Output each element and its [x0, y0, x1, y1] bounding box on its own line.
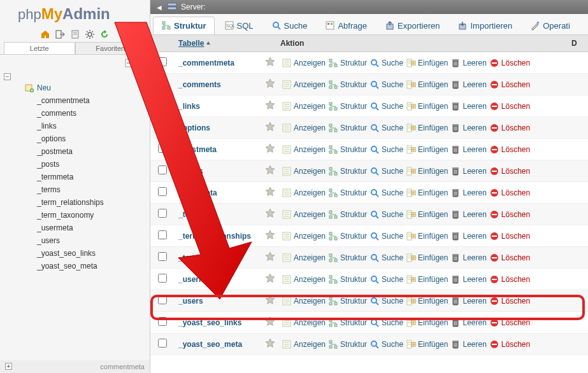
action-loeschen[interactable]: Löschen	[489, 274, 530, 285]
tab-abfrage[interactable]: Abfrage	[317, 17, 375, 34]
tree-table-item[interactable]: _postmeta	[37, 145, 148, 158]
docs-icon[interactable]	[70, 29, 80, 39]
row-checkbox[interactable]	[158, 317, 167, 326]
action-einfuegen[interactable]: Einfügen	[406, 296, 448, 306]
home-icon[interactable]	[40, 29, 50, 39]
table-link[interactable]: _termmeta	[178, 188, 217, 197]
action-struktur[interactable]: Struktur	[328, 209, 367, 220]
action-suche[interactable]: Suche	[369, 339, 403, 349]
action-struktur[interactable]: Struktur	[328, 144, 367, 155]
tab-suche[interactable]: Suche	[263, 17, 316, 34]
action-einfuegen[interactable]: Einfügen	[406, 209, 448, 220]
row-checkbox[interactable]	[158, 165, 167, 174]
action-loeschen[interactable]: Löschen	[489, 101, 530, 111]
favorite-star[interactable]	[265, 186, 279, 199]
action-struktur[interactable]: Struktur	[328, 166, 367, 176]
row-checkbox[interactable]	[158, 101, 167, 109]
action-struktur[interactable]: Struktur	[328, 101, 367, 111]
action-suche[interactable]: Suche	[369, 144, 403, 155]
table-link[interactable]: _comments	[178, 80, 221, 89]
action-loeschen[interactable]: Löschen	[489, 231, 530, 241]
tab-operati[interactable]: Operati	[522, 17, 578, 34]
action-leeren[interactable]: Leeren	[450, 274, 486, 285]
tree-table-item[interactable]: _yoast_seo_meta	[37, 260, 148, 272]
tree-table-item[interactable]: _comments	[37, 107, 148, 120]
tab-exportieren[interactable]: Exportieren	[376, 17, 448, 34]
table-link[interactable]: _commentmeta	[178, 59, 234, 67]
tree-db-row[interactable]: −	[1, 72, 148, 81]
favorite-star[interactable]	[265, 295, 279, 307]
link-icon[interactable]	[137, 59, 146, 67]
collapse-icon[interactable]	[125, 59, 134, 67]
row-checkbox[interactable]	[158, 230, 167, 239]
action-anzeigen[interactable]: Anzeigen	[282, 144, 326, 155]
action-leeren[interactable]: Leeren	[450, 318, 486, 328]
action-leeren[interactable]: Leeren	[450, 231, 486, 241]
tree-table-item[interactable]: _commentmeta	[37, 94, 148, 107]
action-suche[interactable]: Suche	[369, 209, 403, 220]
favorite-star[interactable]	[265, 338, 279, 350]
action-suche[interactable]: Suche	[369, 318, 403, 328]
table-link[interactable]: _links	[178, 102, 200, 111]
action-anzeigen[interactable]: Anzeigen	[282, 339, 326, 349]
favorite-star[interactable]	[265, 122, 279, 134]
action-leeren[interactable]: Leeren	[450, 58, 486, 68]
action-loeschen[interactable]: Löschen	[489, 166, 530, 176]
table-link[interactable]: _usermeta	[178, 275, 217, 284]
table-link[interactable]: _options	[178, 123, 210, 132]
action-suche[interactable]: Suche	[369, 58, 403, 68]
action-struktur[interactable]: Struktur	[328, 123, 367, 133]
action-struktur[interactable]: Struktur	[328, 188, 367, 198]
row-checkbox[interactable]	[158, 295, 167, 304]
tree-table-item[interactable]: _term_taxonomy	[37, 209, 148, 222]
action-einfuegen[interactable]: Einfügen	[406, 339, 448, 349]
tree-table-item[interactable]: _users	[37, 234, 148, 247]
action-anzeigen[interactable]: Anzeigen	[282, 123, 326, 133]
action-loeschen[interactable]: Löschen	[489, 296, 530, 306]
favorite-star[interactable]	[265, 78, 279, 90]
tree-table-item[interactable]: _termmeta	[37, 171, 148, 183]
action-einfuegen[interactable]: Einfügen	[406, 274, 448, 285]
action-struktur[interactable]: Struktur	[328, 318, 367, 328]
row-checkbox[interactable]	[158, 274, 167, 283]
favorite-star[interactable]	[265, 165, 279, 177]
action-suche[interactable]: Suche	[369, 253, 403, 263]
action-loeschen[interactable]: Löschen	[489, 318, 530, 328]
action-loeschen[interactable]: Löschen	[489, 253, 530, 263]
action-struktur[interactable]: Struktur	[328, 58, 367, 68]
action-struktur[interactable]: Struktur	[328, 80, 367, 90]
tree-table-item[interactable]: _yoast_seo_links	[37, 247, 148, 260]
favorites-tab[interactable]: Favoriten	[75, 42, 147, 54]
table-link[interactable]: _term_taxonomy	[178, 253, 240, 262]
action-anzeigen[interactable]: Anzeigen	[282, 80, 326, 90]
row-checkbox[interactable]	[158, 209, 167, 218]
tree-table-item[interactable]: _links	[37, 120, 148, 132]
action-anzeigen[interactable]: Anzeigen	[282, 166, 326, 176]
favorite-star[interactable]	[265, 230, 279, 242]
action-loeschen[interactable]: Löschen	[489, 58, 530, 68]
favorite-star[interactable]	[265, 208, 279, 220]
action-suche[interactable]: Suche	[369, 80, 403, 90]
tree-table-item[interactable]: _posts	[37, 158, 148, 171]
action-anzeigen[interactable]: Anzeigen	[282, 58, 326, 68]
action-struktur[interactable]: Struktur	[328, 339, 367, 349]
action-leeren[interactable]: Leeren	[450, 144, 486, 155]
action-einfuegen[interactable]: Einfügen	[406, 188, 448, 198]
action-einfuegen[interactable]: Einfügen	[406, 144, 448, 155]
row-checkbox[interactable]	[158, 252, 167, 261]
action-anzeigen[interactable]: Anzeigen	[282, 231, 326, 241]
action-struktur[interactable]: Struktur	[328, 296, 367, 306]
action-leeren[interactable]: Leeren	[450, 166, 486, 176]
action-struktur[interactable]: Struktur	[328, 274, 367, 285]
tree-new-row[interactable]: Neu	[13, 81, 148, 94]
action-leeren[interactable]: Leeren	[450, 296, 486, 306]
action-leeren[interactable]: Leeren	[450, 123, 486, 133]
row-checkbox[interactable]	[158, 57, 167, 66]
action-anzeigen[interactable]: Anzeigen	[282, 188, 326, 198]
action-loeschen[interactable]: Löschen	[489, 123, 530, 133]
action-leeren[interactable]: Leeren	[450, 188, 486, 198]
action-leeren[interactable]: Leeren	[450, 339, 486, 349]
expand-bottom-icon[interactable]: +	[5, 363, 12, 370]
tree-table-item[interactable]: _terms	[37, 183, 148, 196]
action-leeren[interactable]: Leeren	[450, 80, 486, 90]
